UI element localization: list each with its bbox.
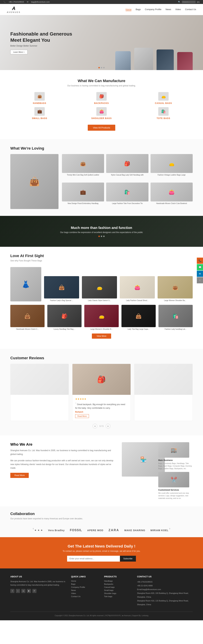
reviews-layout: 🎒 ★★★★★ " Great backpack. Big enough for…: [10, 364, 193, 421]
collab-prev-button[interactable]: ‹: [33, 527, 34, 530]
footer-link-bags[interactable]: Bags: [71, 583, 99, 585]
love-row-2: 👜 Handmade Woven Clutch C... 🎒 Luxury Ha…: [10, 305, 193, 330]
footer-product-casual[interactable]: Casual bags: [104, 586, 132, 588]
love-item-5[interactable]: 👜 Handmade Woven Clutch C...: [10, 305, 45, 330]
chat-side-icon[interactable]: ✉: [197, 271, 203, 277]
collab-section: Collaboration Our products have been exp…: [0, 506, 203, 537]
collab-next-button[interactable]: ›: [169, 527, 170, 530]
loving-product-2[interactable]: 🎒 Nylon Casual Bag Lady Soft Handbag wit…: [106, 154, 148, 180]
footer-product-handbags[interactable]: Handbags: [104, 580, 132, 582]
love-item-4[interactable]: 👜 Large Women Shoulder Ba...: [158, 276, 193, 302]
review-read-more-button[interactable]: Read More: [75, 414, 89, 418]
love-img-7: 👝: [84, 305, 119, 327]
loving-hero-bag: 👜: [10, 154, 59, 209]
loving-product-3[interactable]: 👝 Fashion Vintage Leather Bags Large: [150, 154, 193, 180]
who-text-1: Shanghai Avenues Co. Ltd. Was founded in…: [10, 449, 117, 456]
love-item-2[interactable]: 👝 Lady Classic Style Ostrich S...: [82, 276, 117, 302]
footer-grid: ABOUT US Shanghai Avenues Co. Ltd. Was f…: [10, 575, 193, 606]
handbag-label: HANDBAGS: [33, 102, 46, 104]
footer-link-contact[interactable]: Contact Us: [71, 596, 99, 598]
pinterest-icon[interactable]: P: [32, 589, 37, 593]
hero-learn-more-button[interactable]: Learn More +: [10, 50, 28, 54]
hero-subtitle: Better Design Better Summer: [10, 45, 72, 47]
banner-dot-2[interactable]: [101, 236, 102, 237]
hero-bag-4: [177, 52, 193, 70]
footer-about-title: ABOUT US: [10, 575, 66, 578]
love-item-label-3: Lady Fashion Casual Shoul...: [126, 300, 149, 302]
who-read-more-button[interactable]: Read More: [10, 473, 29, 478]
nav-news[interactable]: News: [165, 8, 171, 11]
banner-dot-1[interactable]: [98, 236, 100, 237]
language-selector[interactable]: EN: [197, 1, 199, 3]
hero-dot-2[interactable]: [101, 67, 102, 68]
love-subtitle: See why Fans Bought These Bags: [10, 260, 193, 262]
footer-product-shoulder[interactable]: Shoulder bags: [104, 592, 132, 594]
mfg-handbags: 👜 HANDBAGS: [10, 92, 69, 104]
loving-product-1[interactable]: 👜 Trendy Mini Cute Bag Soft Quilted Leat…: [62, 154, 104, 180]
nav-contact[interactable]: Contact Us: [185, 8, 196, 11]
tote-icon: 🛍️: [158, 107, 169, 116]
review-image-right: [134, 364, 192, 395]
love-item-label-6: Luxury Handbag Tote Bag ...: [54, 328, 76, 330]
love-item-8[interactable]: 👜 Lady Tote Bag Large Capa...: [121, 305, 156, 330]
love-img-5: 👜: [10, 305, 45, 327]
view-all-products-button[interactable]: View All Products: [88, 125, 115, 131]
love-item-6[interactable]: 🎒 Luxury Handbag Tote Bag ...: [47, 305, 82, 330]
loving-product-5[interactable]: 🛍️ Large Fashion Tote From Decorative Ti…: [106, 182, 148, 209]
view-more-button[interactable]: View More: [92, 334, 111, 339]
footer-link-company[interactable]: Company Profile: [71, 586, 99, 588]
phone-side-icon[interactable]: 📞: [197, 258, 203, 264]
loving-product-6[interactable]: 👛 Handmade Woven Clutch Cute Bowknot: [150, 182, 193, 209]
youtube-icon[interactable]: ▶: [27, 589, 31, 593]
footer-product-tote[interactable]: Tote bags: [104, 596, 132, 598]
footer-copyright: Copyright © 2021 Shanghai Avenues Co. Lt…: [10, 612, 193, 617]
nav-company-profile[interactable]: Company Profile: [145, 8, 161, 11]
review-prev-button[interactable]: ‹: [93, 424, 97, 428]
footer-contact-title: CONTACT US: [137, 575, 193, 578]
email-address: bag@dhoventure.com: [31, 1, 50, 3]
loving-title: What We're Loving: [10, 146, 193, 150]
footer-contact-info: +86-17610109015 +86-21-6241-6666 Email:b…: [137, 580, 193, 606]
whatsapp-side-icon[interactable]: 💬: [197, 264, 203, 270]
logo-letter: A: [12, 6, 16, 11]
review-text: " Great backpack. Big enough for everyth…: [75, 401, 128, 410]
footer-link-home[interactable]: Home: [71, 580, 99, 582]
reviews-section: Customer Reviews 🎒 ★★★★★ " Great backpac…: [0, 349, 203, 435]
twitter-icon[interactable]: t: [16, 589, 20, 593]
mfg-casual: 👝 CASUAL BAGS: [134, 92, 193, 104]
love-item-3[interactable]: 👛 Lady Fashion Casual Shoul...: [120, 276, 155, 302]
love-item-7[interactable]: 👝 Large Women's Shoulder B...: [84, 305, 119, 330]
love-item-9[interactable]: 🛍️ Fashion Lady handbag Lat...: [158, 305, 193, 330]
love-item-1[interactable]: 👜 Fashion Lady's Bag Special ...: [44, 276, 79, 302]
footer-link-news[interactable]: News: [71, 589, 99, 591]
shoulder-icon: 👛: [96, 107, 107, 116]
loving-product-4[interactable]: 💼 New Design Floral Embroidery Handbag: [62, 182, 104, 209]
footer-link-video[interactable]: Video: [71, 592, 99, 594]
nav-home[interactable]: Home: [126, 8, 132, 11]
search-icon[interactable]: 🔍: [178, 1, 180, 3]
who-img-business: 🏬: [158, 442, 189, 458]
banner-dot-3[interactable]: [103, 236, 105, 237]
shoulder-label: SHOULDER BAGS: [91, 117, 112, 120]
loving-label-2: Nylon Casual Bag Lady Soft Handbag with: [111, 174, 143, 176]
footer-email: Email:bag@dhoventure.com: [137, 588, 193, 591]
mfg-backpacks: 🎒 BACKPACKS: [72, 92, 131, 104]
nav-bags[interactable]: Bags: [136, 8, 141, 11]
review-image-left: [11, 364, 69, 395]
footer-product-backpacks[interactable]: Backpacks: [104, 583, 132, 585]
search-input[interactable]: [182, 1, 195, 3]
newsletter-email-input[interactable]: [67, 556, 120, 562]
scroll-top-icon[interactable]: ↑: [197, 277, 203, 283]
footer-product-small[interactable]: Small bags: [104, 589, 132, 591]
hero-dot-1[interactable]: [98, 67, 100, 68]
nav-video[interactable]: Video: [175, 8, 181, 11]
banner-section: Much more than fashion and function Our …: [0, 216, 203, 247]
instagram-icon[interactable]: in: [21, 589, 26, 593]
hero-dot-3[interactable]: [103, 67, 105, 68]
hero-content: Fashionable and Generous Meet Elegant Yo…: [0, 24, 82, 61]
facebook-icon[interactable]: f: [10, 589, 15, 593]
loving-img-6: 👛: [150, 182, 193, 202]
review-next-button[interactable]: ›: [106, 424, 110, 428]
collab-title: Collaboration: [10, 512, 193, 516]
newsletter-subscribe-button[interactable]: Subscribe: [120, 556, 136, 562]
